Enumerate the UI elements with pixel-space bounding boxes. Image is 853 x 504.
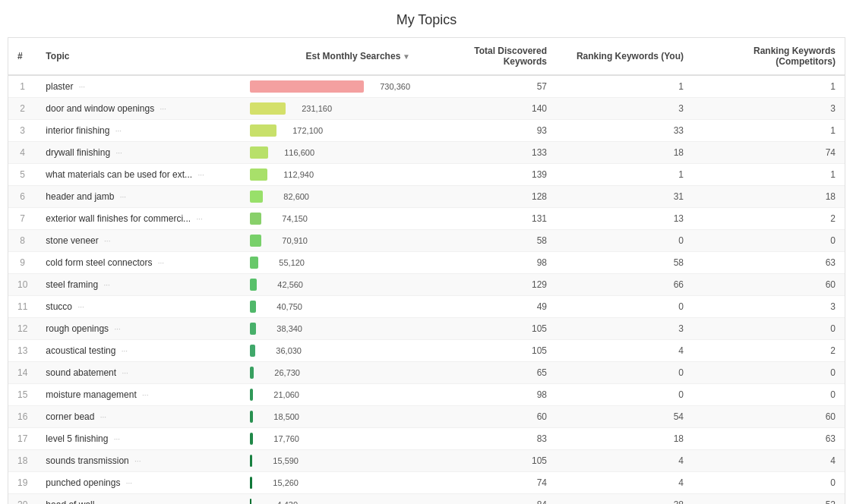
search-bar [250,146,268,159]
topic-dots: ··· [122,369,128,377]
discovered-cell: 65 [419,362,556,384]
discovered-cell: 105 [419,450,556,472]
bar-cell: 4,430 [241,494,419,505]
topic-name: door and window openings [46,103,154,114]
search-bar [250,279,257,291]
ranking-you-cell: 4 [556,472,693,494]
topic-dots: ··· [160,105,166,113]
row-num: 5 [8,164,36,186]
search-bar [250,235,261,247]
topic-cell: what materials can be used for ext... ··… [36,164,241,186]
table-row: 17 level 5 finishing ··· 17,760 83 18 63 [8,428,845,450]
ranking-comp-cell: 1 [693,164,845,186]
topic-dots: ··· [100,501,106,504]
ranking-comp-cell: 63 [693,252,845,274]
row-num: 8 [8,230,36,252]
table-row: 6 header and jamb ··· 82,600 128 31 18 [8,186,845,208]
ranking-comp-cell: 74 [693,142,845,164]
topic-cell: plaster ··· [36,75,241,98]
topic-dots: ··· [122,347,128,355]
discovered-cell: 83 [419,428,556,450]
ranking-you-cell: 33 [556,120,693,142]
bar-wrapper: 38,340 [250,323,410,335]
topic-cell: header and jamb ··· [36,186,241,208]
ranking-you-cell: 0 [556,384,693,406]
table-row: 12 rough openings ··· 38,340 105 3 0 [8,318,845,340]
topic-dots: ··· [100,413,106,421]
table-row: 16 corner bead ··· 18,500 60 54 60 [8,406,845,428]
col-monthly-searches[interactable]: Est Monthly Searches [241,38,419,75]
bar-wrapper: 82,600 [250,191,410,203]
topic-cell: punched openings ··· [36,472,241,494]
bar-value: 17,760 [257,434,299,443]
ranking-comp-cell: 18 [693,186,845,208]
bar-cell: 82,600 [241,186,419,208]
discovered-cell: 140 [419,98,556,120]
bar-wrapper: 15,260 [250,477,410,489]
search-bar [250,367,254,379]
ranking-you-cell: 3 [556,318,693,340]
topic-dots: ··· [126,479,132,487]
ranking-comp-cell: 0 [693,230,845,252]
bar-value: 18,500 [257,412,299,421]
bar-value: 231,160 [290,104,332,113]
topic-name: header and jamb [46,191,114,202]
bar-value: 82,600 [267,192,309,201]
row-num: 4 [8,142,36,164]
bar-wrapper: 172,100 [250,124,410,137]
bar-cell: 55,120 [241,252,419,274]
bar-wrapper: 21,060 [250,389,410,401]
ranking-you-cell: 18 [556,142,693,164]
bar-cell: 21,060 [241,384,419,406]
table-row: 9 cold form steel connectors ··· 55,120 … [8,252,845,274]
topic-name: stucco [46,301,72,312]
row-num: 19 [8,472,36,494]
bar-cell: 17,760 [241,428,419,450]
table-row: 7 exterior wall finishes for commerci...… [8,208,845,230]
bar-cell: 42,560 [241,274,419,296]
search-bar [250,301,256,313]
table-row: 1 plaster ··· 730,360 57 1 1 [8,75,845,98]
row-num: 7 [8,208,36,230]
table-row: 5 what materials can be used for ext... … [8,164,845,186]
bar-value: 116,600 [273,148,314,157]
discovered-cell: 84 [419,494,556,505]
ranking-comp-cell: 3 [693,296,845,318]
row-num: 12 [8,318,36,340]
ranking-comp-cell: 1 [693,120,845,142]
ranking-you-cell: 1 [556,164,693,186]
topics-table-container: # Topic Est Monthly Searches Total Disco… [8,37,845,504]
table-row: 18 sounds transmission ··· 15,590 105 4 … [8,450,845,472]
topic-dots: ··· [114,435,120,443]
row-num: 15 [8,384,36,406]
discovered-cell: 49 [419,296,556,318]
bar-cell: 116,600 [241,142,419,164]
ranking-you-cell: 54 [556,406,693,428]
discovered-cell: 98 [419,384,556,406]
topic-cell: stucco ··· [36,296,241,318]
page-title: My Topics [0,0,853,37]
bar-wrapper: 112,940 [250,169,410,181]
topic-dots: ··· [134,457,141,465]
topic-cell: interior finishing ··· [36,120,241,142]
ranking-you-cell: 3 [556,98,693,120]
bar-cell: 74,150 [241,208,419,230]
table-row: 20 head of wall ··· 4,430 84 38 52 [8,494,845,505]
row-num: 6 [8,186,36,208]
topic-name: punched openings [46,477,120,488]
topic-name: sounds transmission [46,455,128,466]
table-row: 13 acoustical testing ··· 36,030 105 4 2 [8,340,845,362]
topic-cell: rough openings ··· [36,318,241,340]
bar-wrapper: 15,590 [250,455,410,467]
bar-value: 15,590 [257,456,299,465]
row-num: 13 [8,340,36,362]
topic-cell: sounds transmission ··· [36,450,241,472]
topic-name: corner bead [46,411,94,422]
discovered-cell: 139 [419,164,556,186]
topic-name: steel framing [46,279,98,290]
discovered-cell: 131 [419,208,556,230]
search-bar [250,323,256,335]
ranking-you-cell: 4 [556,340,693,362]
discovered-cell: 60 [419,406,556,428]
topic-cell: exterior wall finishes for commerci... ·… [36,208,241,230]
